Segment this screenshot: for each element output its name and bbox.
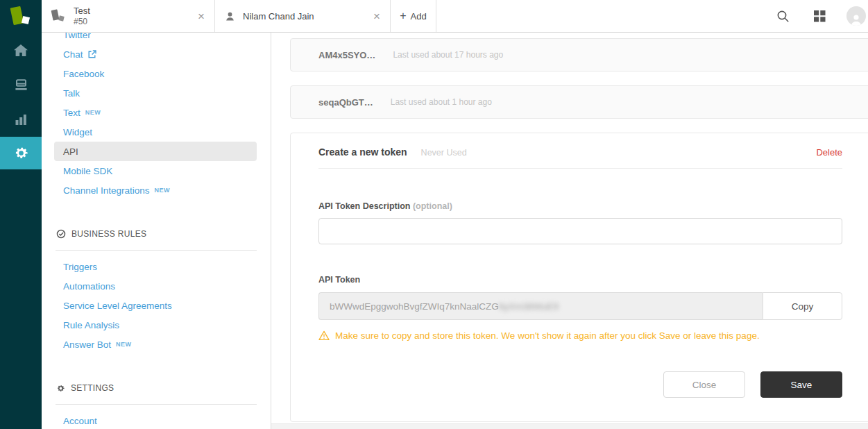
reports-icon[interactable] — [0, 102, 42, 137]
token-name: AM4x5SYO… — [318, 50, 375, 60]
settings-sidebar: Twitter Chat Facebook Talk Text NEW Widg… — [42, 33, 271, 429]
create-token-panel: Create a new token Never Used Delete API… — [290, 133, 868, 422]
token-value-field: bWWwdEpggwohBvgfZWIq7knNaalCZG6yXm38WuE9 — [318, 292, 763, 320]
external-link-icon — [88, 50, 96, 58]
sidebar-item-facebook[interactable]: Facebook — [42, 64, 271, 83]
content-bottom-strip — [271, 423, 868, 429]
channels-nav-list: Twitter Chat Facebook Talk Text NEW Widg… — [42, 33, 271, 200]
views-icon[interactable] — [0, 67, 42, 102]
plus-icon: + — [400, 10, 406, 22]
avatar[interactable] — [846, 6, 866, 26]
create-token-header: Create a new token Never Used Delete — [318, 133, 842, 158]
api-token-label: API Token — [318, 275, 842, 285]
token-last-used: Last used about 17 hours ago — [393, 50, 503, 60]
sidebar-item-twitter[interactable]: Twitter — [42, 33, 271, 44]
zendesk-logo — [0, 0, 42, 33]
sidebar-item-rule-analysis[interactable]: Rule Analysis — [42, 315, 271, 335]
sidebar-item-account[interactable]: Account — [42, 411, 271, 429]
token-field-row: bWWwdEpggwohBvgfZWIq7knNaalCZG6yXm38WuE9… — [318, 292, 842, 320]
sidebar-item-mobile-sdk[interactable]: Mobile SDK — [42, 161, 271, 180]
sidebar-item-automations[interactable]: Automations — [42, 276, 271, 296]
sidebar-item-triggers[interactable]: Triggers — [42, 257, 271, 276]
api-tokens-content: AM4x5SYO… Last used about 17 hours ago s… — [271, 33, 868, 429]
search-icon[interactable] — [773, 6, 792, 26]
panel-divider — [318, 168, 842, 169]
token-row[interactable]: AM4x5SYO… Last used about 17 hours ago — [290, 38, 868, 72]
panel-actions: Close Save — [318, 371, 842, 398]
gear-icon — [56, 384, 65, 393]
top-bar: Test #50 × Nilam Chand Jain × + Add — [42, 0, 868, 33]
app-rail — [0, 0, 42, 429]
panel-title: Create a new token — [318, 146, 407, 158]
token-row[interactable]: seqaQbGT… Last used about 1 hour ago — [290, 85, 868, 119]
sidebar-item-talk[interactable]: Talk — [42, 83, 271, 103]
token-name: seqaQbGT… — [318, 97, 373, 108]
warning-icon — [318, 330, 330, 341]
tab-title: Nilam Chand Jain — [243, 11, 314, 22]
token-description-input[interactable] — [318, 218, 842, 244]
token-value-blurred: 6yXm38WuE9 — [499, 301, 559, 312]
add-tab-label: Add — [411, 11, 427, 22]
delete-link[interactable]: Delete — [816, 147, 842, 158]
sidebar-item-answer-bot[interactable]: Answer Bot NEW — [42, 335, 271, 354]
copy-button[interactable]: Copy — [763, 292, 842, 320]
new-badge: NEW — [116, 341, 132, 348]
save-button[interactable]: Save — [760, 371, 842, 398]
top-bar-actions — [773, 0, 868, 32]
warning-text: Make sure to copy and store this token. … — [335, 330, 760, 341]
new-badge: NEW — [85, 109, 101, 116]
sidebar-item-text[interactable]: Text NEW — [42, 103, 271, 122]
sidebar-item-chat[interactable]: Chat — [42, 44, 271, 64]
home-icon[interactable] — [0, 33, 42, 67]
settings-icon[interactable] — [0, 137, 42, 169]
sidebar-item-widget[interactable]: Widget — [42, 122, 271, 142]
token-status: Never Used — [421, 148, 467, 158]
person-icon — [225, 11, 235, 22]
token-warning: Make sure to copy and store this token. … — [318, 330, 842, 341]
sidebar-item-service-level-agreements[interactable]: Service Level Agreements — [42, 296, 271, 315]
ticket-icon — [51, 8, 67, 24]
sidebar-item-api[interactable]: API — [54, 142, 257, 161]
tab-ticket-test[interactable]: Test #50 × — [42, 0, 215, 32]
zendesk-logo-shape — [22, 16, 30, 24]
new-badge: NEW — [155, 187, 171, 194]
business-rules-section-header: BUSINESS RULES — [42, 226, 271, 242]
settings-section-header: SETTINGS — [42, 380, 271, 396]
close-icon[interactable]: × — [373, 10, 380, 22]
business-rules-nav-list: Triggers Automations Service Level Agree… — [42, 257, 271, 354]
token-value-visible: bWWwdEpggwohBvgfZWIq7knNaalCZG — [330, 301, 499, 312]
close-icon[interactable]: × — [198, 10, 205, 22]
ticket-number: #50 — [74, 17, 90, 26]
section-divider — [56, 250, 257, 251]
close-button[interactable]: Close — [663, 371, 745, 398]
apps-grid-icon[interactable] — [810, 6, 829, 26]
tab-user-nilam-chand-jain[interactable]: Nilam Chand Jain × — [215, 0, 391, 32]
check-circle-icon — [56, 229, 66, 239]
token-last-used: Last used about 1 hour ago — [391, 97, 492, 107]
sidebar-item-channel-integrations[interactable]: Channel Integrations NEW — [42, 180, 271, 200]
tab-title: Test — [74, 6, 90, 17]
add-tab-button[interactable]: + Add — [391, 0, 436, 32]
settings-nav-list: Account — [42, 411, 271, 429]
description-label: API Token Description (optional) — [318, 201, 842, 211]
section-divider — [56, 404, 257, 405]
optional-hint: (optional) — [413, 201, 452, 211]
